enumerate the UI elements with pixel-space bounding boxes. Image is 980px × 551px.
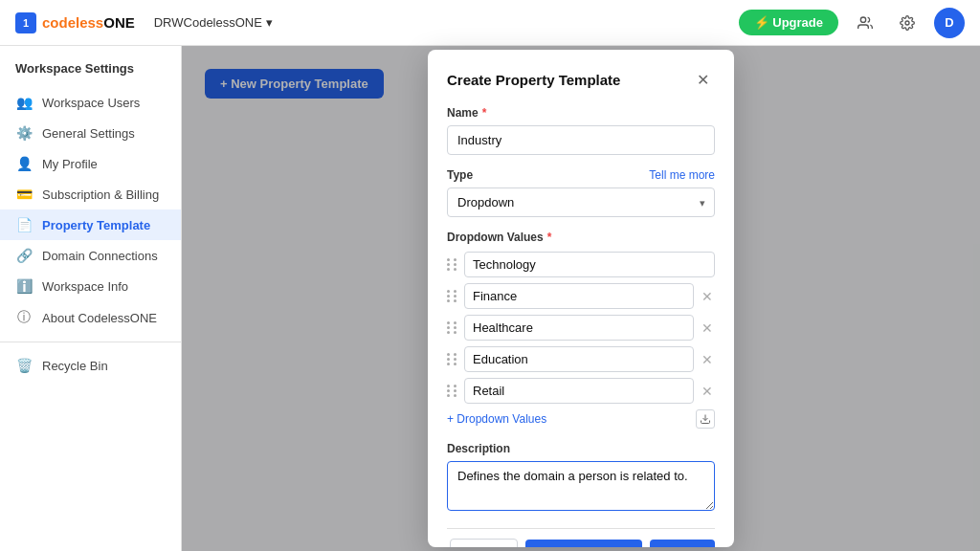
layout: Workspace Settings 👥 Workspace Users ⚙️ … (0, 46, 980, 551)
svg-point-0 (860, 17, 865, 22)
modal-footer: Cancel Create and New Create (447, 528, 715, 547)
logo: 1 codelessONE (15, 12, 135, 33)
value-input-healthcare[interactable] (464, 315, 694, 341)
sidebar-item-workspace-users[interactable]: 👥 Workspace Users (0, 87, 181, 118)
drag-handle-icon[interactable] (447, 290, 458, 302)
name-label: Name * (447, 106, 715, 120)
modal-overlay: Create Property Template ✕ Name * Type T… (182, 46, 980, 551)
chevron-down-icon: ▾ (266, 15, 273, 30)
import-icon[interactable] (696, 409, 715, 429)
value-input-technology[interactable] (464, 252, 715, 277)
upgrade-button[interactable]: ⚡ Upgrade (739, 10, 838, 35)
sidebar-item-about-codelessone[interactable]: ⓘ About CodelessONE (0, 301, 181, 334)
recycle-bin-section: 🗑️ Recycle Bin (0, 342, 181, 381)
download-icon (700, 413, 711, 425)
required-indicator: * (482, 106, 487, 120)
about-icon: ⓘ (15, 309, 33, 326)
value-input-education[interactable] (464, 346, 694, 372)
sidebar-item-recycle-bin[interactable]: 🗑️ Recycle Bin (0, 350, 181, 381)
type-select-wrapper: Dropdown Text Number Date Checkbox ▾ (447, 187, 715, 217)
workspace-selector[interactable]: DRWCodelessONE ▾ (146, 11, 280, 33)
sidebar-item-label: My Profile (42, 157, 98, 171)
remove-value-button[interactable]: ✕ (700, 385, 715, 398)
sidebar-item-domain-connections[interactable]: 🔗 Domain Connections (0, 240, 181, 271)
create-and-new-button[interactable]: Create and New (525, 540, 642, 547)
logo-icon: 1 (15, 12, 36, 33)
remove-value-button[interactable]: ✕ (700, 353, 715, 366)
dropdown-value-row: ✕ (447, 346, 715, 372)
sidebar: Workspace Settings 👥 Workspace Users ⚙️ … (0, 46, 182, 551)
link-icon: 🔗 (15, 248, 33, 263)
drag-handle-icon[interactable] (447, 258, 458, 271)
add-dropdown-values-link[interactable]: + Dropdown Values (447, 412, 546, 426)
drag-handle-icon[interactable] (447, 353, 458, 365)
header: 1 codelessONE DRWCodelessONE ▾ ⚡ Upgrade… (0, 0, 980, 46)
modal-title: Create Property Template (447, 72, 620, 88)
dropdown-values-label: Dropdown Values * (447, 231, 715, 244)
main-content: + New Property Template Create Property … (182, 46, 980, 551)
sidebar-item-my-profile[interactable]: 👤 My Profile (0, 148, 181, 179)
dropdown-values-section: Dropdown Values * (447, 231, 715, 429)
users-icon-button[interactable] (850, 8, 880, 38)
remove-value-button[interactable]: ✕ (700, 290, 715, 303)
drag-handle-icon[interactable] (447, 321, 458, 334)
info-icon: ℹ️ (15, 278, 33, 294)
sidebar-item-label: Property Template (42, 218, 150, 232)
sidebar-item-label: Workspace Info (42, 279, 128, 294)
recycle-icon: 🗑️ (15, 358, 33, 373)
gear-icon: ⚙️ (15, 125, 33, 141)
type-field-group: Type Tell me more Dropdown Text Number D… (447, 168, 715, 217)
description-field-group: Description Defines the domain a person … (447, 442, 715, 515)
dropdown-value-row: ✕ (447, 283, 715, 309)
add-values-row: + Dropdown Values (447, 409, 715, 429)
person-icon: 👤 (15, 156, 33, 171)
tell-me-more-link[interactable]: Tell me more (649, 168, 715, 182)
avatar[interactable]: D (934, 8, 965, 38)
sidebar-item-label: Workspace Users (42, 96, 140, 110)
template-icon: 📄 (15, 217, 33, 232)
billing-icon: 💳 (15, 187, 33, 202)
sidebar-item-label: General Settings (42, 126, 135, 141)
modal-header: Create Property Template ✕ (447, 69, 715, 91)
sidebar-item-label: Domain Connections (42, 249, 158, 263)
required-indicator: * (547, 231, 552, 244)
dropdown-value-row: ✕ (447, 315, 715, 341)
svg-point-1 (905, 21, 909, 25)
description-label: Description (447, 442, 715, 455)
dropdown-value-row: ✕ (447, 378, 715, 404)
description-textarea[interactable]: Defines the domain a person is related t… (447, 461, 715, 511)
sidebar-item-label: About CodelessONE (42, 311, 157, 325)
sidebar-item-label: Subscription & Billing (42, 187, 159, 202)
modal-close-button[interactable]: ✕ (691, 69, 715, 91)
gear-icon (900, 15, 915, 31)
remove-value-button[interactable]: ✕ (700, 321, 715, 335)
sidebar-item-label: Recycle Bin (42, 359, 108, 373)
type-label: Type (447, 168, 473, 182)
settings-icon-button[interactable] (892, 8, 923, 38)
dropdown-value-row (447, 252, 715, 277)
value-input-retail[interactable] (464, 378, 694, 404)
users-icon (858, 15, 873, 31)
name-field-group: Name * (447, 106, 715, 155)
name-input[interactable] (447, 125, 715, 155)
value-input-finance[interactable] (464, 283, 694, 309)
workspace-name: DRWCodelessONE (154, 15, 262, 30)
sidebar-item-general-settings[interactable]: ⚙️ General Settings (0, 118, 181, 148)
sidebar-item-subscription-billing[interactable]: 💳 Subscription & Billing (0, 179, 181, 209)
cancel-button[interactable]: Cancel (450, 539, 517, 547)
sidebar-item-property-template[interactable]: 📄 Property Template (0, 209, 181, 240)
modal: Create Property Template ✕ Name * Type T… (428, 50, 734, 547)
sidebar-title: Workspace Settings (0, 61, 181, 87)
logo-text: codelessONE (42, 14, 135, 31)
drag-handle-icon[interactable] (447, 385, 458, 397)
type-row: Type Tell me more (447, 168, 715, 182)
type-select[interactable]: Dropdown Text Number Date Checkbox (447, 187, 715, 217)
users-icon: 👥 (15, 95, 33, 110)
create-button[interactable]: Create (650, 540, 715, 547)
sidebar-item-workspace-info[interactable]: ℹ️ Workspace Info (0, 271, 181, 301)
